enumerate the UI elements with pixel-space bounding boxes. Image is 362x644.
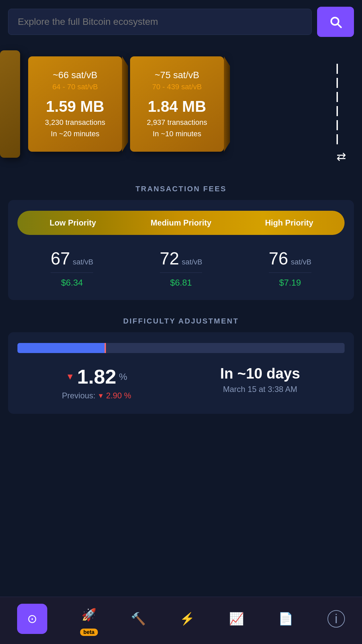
search-input[interactable] xyxy=(18,16,302,27)
docs-icon: 📄 xyxy=(278,612,293,626)
nav-item-dashboard[interactable]: ⊙ xyxy=(17,604,47,634)
difficulty-value: 1.82 xyxy=(77,365,116,388)
blocks-section: ~66 sat/vB 64 - 70 sat/vB 1.59 MB 3,230 … xyxy=(0,44,362,171)
block-card-1[interactable]: ~75 sat/vB 70 - 439 sat/vB 1.84 MB 2,937… xyxy=(130,56,224,152)
difficulty-arrow-down: ▼ xyxy=(66,371,74,382)
tab-high-priority[interactable]: High Priority xyxy=(235,212,343,234)
beta-badge: beta xyxy=(80,629,98,636)
lightning-icon: ⚡ xyxy=(180,612,195,626)
nav-item-about[interactable]: i xyxy=(327,610,345,628)
nav-item-docs[interactable]: 📄 xyxy=(278,612,293,626)
fee-usd-high: $7.19 xyxy=(279,278,301,288)
fee-value-medium: 72 xyxy=(160,248,179,268)
nav-active-bg: ⊙ xyxy=(17,604,47,634)
chart-icon: 📈 xyxy=(229,612,244,626)
blocks-container: ~66 sat/vB 64 - 70 sat/vB 1.59 MB 3,230 … xyxy=(0,50,362,158)
tab-medium-priority[interactable]: Medium Priority xyxy=(127,212,235,234)
progress-bar-container xyxy=(17,343,345,353)
difficulty-time-value: In ~10 days xyxy=(220,365,300,382)
difficulty-percent: ▼ 1.82 % xyxy=(62,365,131,388)
dash-1 xyxy=(337,64,338,74)
block-card-0[interactable]: ~66 sat/vB 64 - 70 sat/vB 1.59 MB 3,230 … xyxy=(28,56,122,152)
header xyxy=(0,0,362,44)
search-icon xyxy=(328,14,343,29)
difficulty-previous: Previous: ▼ 2.90 % xyxy=(62,391,131,400)
bottom-nav: ⊙ 🚀 beta 🔨 ⚡ 📈 📄 i xyxy=(0,597,362,644)
fee-item-medium: 72 sat/vB $6.81 xyxy=(160,248,202,288)
dash-6 xyxy=(337,134,338,144)
difficulty-stats: ▼ 1.82 % Previous: ▼ 2.90 % In ~10 days … xyxy=(17,365,345,400)
progress-bar-marker xyxy=(105,343,106,353)
difficulty-adjustment-section: DIFFICULTY ADJUSTMENT ▼ 1.82 % Previous:… xyxy=(0,317,362,414)
block-size-1: 1.84 MB xyxy=(142,97,212,115)
dashboard-icon: ⊙ xyxy=(27,612,37,626)
fee-unit-medium: sat/vB xyxy=(182,258,202,266)
difficulty-card: ▼ 1.82 % Previous: ▼ 2.90 % In ~10 days … xyxy=(8,332,354,414)
fee-sat-line-low: 67 sat/vB xyxy=(51,248,93,273)
dash-3 xyxy=(337,92,338,102)
block-txcount-0: 3,230 transactions xyxy=(40,118,110,127)
nav-item-lightning[interactable]: ⚡ xyxy=(180,612,195,626)
tools-icon: 🔨 xyxy=(131,612,146,626)
fee-sat-line-medium: 72 sat/vB xyxy=(160,248,202,273)
fee-sat-line-high: 76 sat/vB xyxy=(269,248,311,273)
vertical-dashes: ⇄ xyxy=(337,64,346,163)
swap-arrows-icon[interactable]: ⇄ xyxy=(337,150,346,163)
difficulty-adjustment-label: DIFFICULTY ADJUSTMENT xyxy=(0,317,362,326)
fee-values: 67 sat/vB $6.34 72 sat/vB $6.81 76 sat/v… xyxy=(17,248,345,288)
block-card-partial xyxy=(0,50,20,158)
fee-item-high: 76 sat/vB $7.19 xyxy=(269,248,311,288)
priority-tabs: Low Priority Medium Priority High Priori… xyxy=(17,211,345,235)
fee-usd-low: $6.34 xyxy=(61,278,83,288)
nav-item-charts[interactable]: 📈 xyxy=(229,612,244,626)
difficulty-time: In ~10 days March 15 at 3:38 AM xyxy=(220,365,300,394)
difficulty-previous-arrow: ▼ xyxy=(98,392,104,400)
fee-unit-low: sat/vB xyxy=(73,258,93,266)
difficulty-change: ▼ 1.82 % Previous: ▼ 2.90 % xyxy=(62,365,131,400)
fee-unit-high: sat/vB xyxy=(291,258,311,266)
dash-4 xyxy=(337,106,338,116)
info-icon: i xyxy=(327,610,345,628)
progress-bar-fill xyxy=(17,343,106,353)
fee-value-low: 67 xyxy=(51,248,70,268)
difficulty-date: March 15 at 3:38 AM xyxy=(220,385,300,394)
dash-5 xyxy=(337,120,338,130)
block-fee-range-1: 70 - 439 sat/vB xyxy=(142,83,212,91)
dash-2 xyxy=(337,78,338,88)
block-time-0: In ~20 minutes xyxy=(40,130,110,138)
search-button[interactable] xyxy=(317,7,354,37)
difficulty-previous-label: Previous: xyxy=(62,391,96,400)
block-time-1: In ~10 minutes xyxy=(142,130,212,138)
block-fee-rate-0: ~66 sat/vB xyxy=(40,70,110,81)
block-fee-rate-1: ~75 sat/vB xyxy=(142,70,212,81)
block-size-0: 1.59 MB xyxy=(40,97,110,115)
block-fee-range-0: 64 - 70 sat/vB xyxy=(40,83,110,91)
transaction-fees-section: TRANSACTION FEES Low Priority Medium Pri… xyxy=(0,185,362,300)
fee-item-low: 67 sat/vB $6.34 xyxy=(51,248,93,288)
fees-card: Low Priority Medium Priority High Priori… xyxy=(8,200,354,300)
difficulty-unit: % xyxy=(119,371,127,382)
rocket-icon: 🚀 xyxy=(81,608,97,622)
block-txcount-1: 2,937 transactions xyxy=(142,118,212,127)
transaction-fees-label: TRANSACTION FEES xyxy=(0,185,362,193)
fee-usd-medium: $6.81 xyxy=(170,278,192,288)
fee-value-high: 76 xyxy=(269,248,288,268)
tab-low-priority[interactable]: Low Priority xyxy=(19,212,127,234)
nav-item-explore[interactable]: 🚀 beta xyxy=(81,608,97,630)
search-bar-container xyxy=(8,9,312,35)
difficulty-previous-value: 2.90 % xyxy=(106,391,131,400)
nav-item-tools[interactable]: 🔨 xyxy=(131,612,146,626)
